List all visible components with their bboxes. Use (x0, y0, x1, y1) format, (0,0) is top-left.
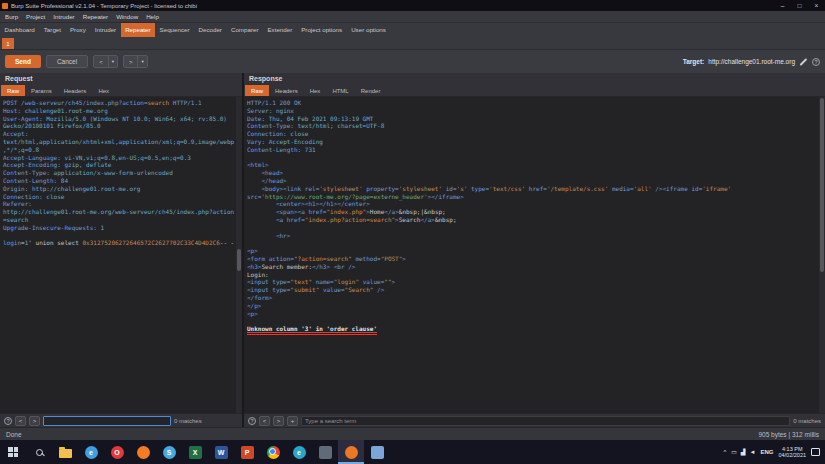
taskbar-search-button[interactable] (26, 440, 52, 464)
repeater-tab-1[interactable]: 1 (2, 38, 14, 49)
tab-intruder[interactable]: Intruder (90, 23, 120, 37)
response-search-bar: ? < > + 0 matches (244, 413, 825, 427)
request-panel: Request RawParamsHeadersHex POST /web-se… (0, 73, 244, 427)
repeater-tab-bar: 1 (0, 37, 825, 50)
request-editor-wrap: POST /web-serveur/ch45/index.php?action=… (0, 97, 242, 413)
response-tab-render[interactable]: Render (355, 85, 387, 96)
response-search-help-icon[interactable]: ? (248, 417, 256, 425)
request-tab-headers[interactable]: Headers (58, 85, 93, 96)
next-dropdown-icon[interactable]: ▾ (138, 59, 146, 64)
tray-expand-icon[interactable]: ^ (723, 440, 726, 464)
tab-sequencer[interactable]: Sequencer (155, 23, 194, 37)
taskbar-apps: e O S X W (52, 440, 390, 464)
menu-intruder[interactable]: Intruder (49, 11, 78, 23)
next-arrow-icon[interactable]: > (124, 56, 139, 68)
network-icon[interactable]: ▟ (741, 440, 746, 464)
request-scrollbar-thumb[interactable] (237, 249, 241, 271)
tab-proxy[interactable]: Proxy (65, 23, 90, 37)
request-panel-title: Request (0, 73, 242, 85)
taskbar-clock[interactable]: 4:13 PM 04/02/2021 (778, 446, 806, 459)
opera-icon[interactable]: O (104, 440, 130, 464)
response-tab-raw[interactable]: Raw (245, 85, 269, 96)
request-search-prev-button[interactable]: < (15, 416, 26, 426)
language-indicator[interactable]: ENG (760, 449, 773, 455)
pencil-icon[interactable] (799, 57, 808, 66)
request-search-matches: 0 matches (174, 418, 202, 424)
window-controls: – □ × (774, 0, 825, 11)
request-scrollbar[interactable] (236, 97, 242, 413)
system-tray: ^ ▭▟◄ ENG 4:13 PM 04/02/2021 (723, 440, 825, 464)
request-tab-raw[interactable]: Raw (1, 85, 25, 96)
search-icon (36, 449, 43, 456)
response-search-matches: 0 matches (793, 418, 821, 424)
target-help-icon[interactable]: ? (812, 58, 820, 66)
tab-comparer[interactable]: Comparer (226, 23, 263, 37)
app-gray-icon[interactable] (312, 440, 338, 464)
excel-icon[interactable]: X (182, 440, 208, 464)
prev-dropdown-icon[interactable]: ▾ (109, 59, 117, 64)
message-editor-area: Request RawParamsHeadersHex POST /web-se… (0, 73, 825, 427)
request-search-input[interactable] (43, 416, 171, 426)
response-search-next-button[interactable]: > (273, 416, 284, 426)
tab-dashboard[interactable]: Dashboard (0, 23, 39, 37)
file-explorer-icon[interactable] (52, 440, 78, 464)
response-scrollbar[interactable] (819, 97, 825, 413)
skype-icon[interactable]: S (156, 440, 182, 464)
request-search-next-button[interactable]: > (29, 416, 40, 426)
menu-project[interactable]: Project (22, 11, 49, 23)
request-search-help-icon[interactable]: ? (4, 417, 12, 425)
word-icon[interactable]: W (208, 440, 234, 464)
menu-window[interactable]: Window (112, 11, 142, 23)
response-editor[interactable]: HTTP/1.1 200 OKServer: nginxDate: Thu, 0… (244, 97, 819, 413)
send-button[interactable]: Send (5, 55, 41, 68)
response-search-prev-button[interactable]: < (259, 416, 270, 426)
tab-project-options[interactable]: Project options (297, 23, 347, 37)
tab-extender[interactable]: Extender (263, 23, 297, 37)
start-button[interactable] (0, 440, 26, 464)
status-metrics: 905 bytes | 312 millis (758, 431, 819, 438)
request-tab-params[interactable]: Params (25, 85, 58, 96)
minimize-button[interactable]: – (774, 0, 791, 11)
tab-decoder[interactable]: Decoder (194, 23, 226, 37)
tab-user-options[interactable]: User options (347, 23, 391, 37)
response-panel: Response RawHeadersHexHTMLRender HTTP/1.… (244, 73, 825, 427)
firefox-icon[interactable] (130, 440, 156, 464)
close-button[interactable]: × (808, 0, 825, 11)
response-tab-hex[interactable]: Hex (304, 85, 327, 96)
chrome-icon[interactable] (260, 440, 286, 464)
notepad-icon[interactable] (364, 440, 390, 464)
response-tab-headers[interactable]: Headers (269, 85, 304, 96)
cancel-button[interactable]: Cancel (46, 55, 88, 68)
volume-icon[interactable]: ◄ (750, 440, 756, 464)
monitor-icon[interactable]: ▭ (731, 440, 737, 464)
response-search-add-button[interactable]: + (287, 416, 298, 426)
burp-taskbar-icon[interactable] (338, 440, 364, 464)
windows-taskbar: e O S X W (0, 440, 825, 464)
main-tab-bar: DashboardTargetProxyIntruderRepeaterSequ… (0, 23, 825, 37)
target-box: Target: http://challenge01.root-me.org ? (683, 57, 820, 66)
menu-help[interactable]: Help (142, 11, 163, 23)
status-done: Done (6, 431, 22, 438)
menu-repeater[interactable]: Repeater (79, 11, 112, 23)
edge-beta-icon[interactable]: e (286, 440, 312, 464)
action-center-icon[interactable] (811, 448, 820, 456)
request-tab-hex[interactable]: Hex (92, 85, 115, 96)
prev-request-button[interactable]: < ▾ (93, 55, 118, 68)
response-scrollbar-thumb[interactable] (820, 98, 824, 272)
windows-logo-icon (8, 447, 18, 457)
response-tab-html[interactable]: HTML (326, 85, 354, 96)
edge-icon[interactable]: e (78, 440, 104, 464)
burp-window: Burp Suite Professional v2.1.04 - Tempor… (0, 0, 825, 464)
request-editor[interactable]: POST /web-serveur/ch45/index.php?action=… (0, 97, 236, 413)
menu-burp[interactable]: Burp (1, 11, 22, 23)
burp-app-icon (2, 3, 8, 9)
tab-repeater[interactable]: Repeater (121, 23, 155, 37)
maximize-button[interactable]: □ (791, 0, 808, 11)
next-request-button[interactable]: > ▾ (123, 55, 148, 68)
tab-target[interactable]: Target (39, 23, 65, 37)
tray-status-icons: ▭▟◄ (731, 440, 755, 464)
powerpoint-icon[interactable]: P (234, 440, 260, 464)
menubar: BurpProjectIntruderRepeaterWindowHelp (0, 11, 825, 23)
prev-arrow-icon[interactable]: < (94, 56, 109, 68)
response-search-input[interactable] (301, 416, 790, 426)
